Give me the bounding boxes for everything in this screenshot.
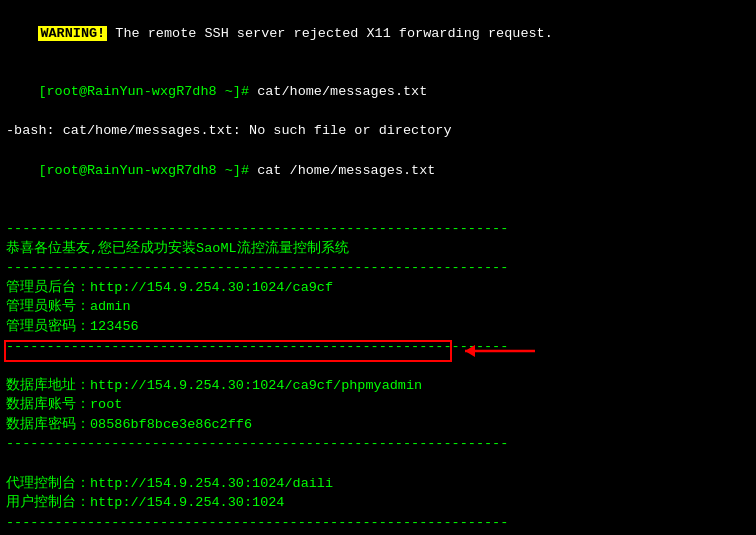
blank-3 (6, 454, 750, 474)
prompt-1: [root@RainYun-wxgR7dh8 ~]# (38, 84, 257, 99)
warning-text: The remote SSH server rejected X11 forwa… (107, 26, 553, 41)
separator-2: ----------------------------------------… (6, 258, 750, 278)
user-panel: 用户控制台：http://154.9.254.30:1024 (6, 493, 750, 513)
db-user: 数据库账号：root (6, 395, 750, 415)
proxy-admin: 代理控制台：http://154.9.254.30:1024/daili (6, 474, 750, 494)
separator-4: ----------------------------------------… (6, 434, 750, 454)
warning-label: WARNING! (38, 26, 107, 41)
separator-5: ----------------------------------------… (6, 513, 750, 533)
terminal: WARNING! The remote SSH server rejected … (0, 0, 756, 535)
blank-1 (6, 200, 750, 220)
db-pass: 数据库密码：08586bf8bce3e86c2ff6 (6, 415, 750, 435)
separator-3: ----------------------------------------… (6, 337, 750, 357)
command-line-2: [root@RainYun-wxgR7dh8 ~]# cat /home/mes… (6, 141, 750, 200)
db-url: 数据库地址：http://154.9.254.30:1024/ca9cf/php… (6, 376, 750, 396)
admin-url: 管理员后台：http://154.9.254.30:1024/ca9cf (6, 278, 750, 298)
command-line-1: [root@RainYun-wxgR7dh8 ~]# cat/home/mess… (6, 63, 750, 122)
admin-user: 管理员账号：admin (6, 297, 750, 317)
warning-line: WARNING! The remote SSH server rejected … (6, 4, 750, 63)
cmd-2: cat /home/messages.txt (257, 163, 435, 178)
separator-1: ----------------------------------------… (6, 219, 750, 239)
cmd-1: cat/home/messages.txt (257, 84, 427, 99)
prompt-2: [root@RainYun-wxgR7dh8 ~]# (38, 163, 257, 178)
admin-pass: 管理员密码：123456 (6, 317, 750, 337)
install-success: 恭喜各位基友,您已经成功安装SaoML流控流量控制系统 (6, 239, 750, 259)
blank-2 (6, 356, 750, 376)
error-line: -bash: cat/home/messages.txt: No such fi… (6, 121, 750, 141)
